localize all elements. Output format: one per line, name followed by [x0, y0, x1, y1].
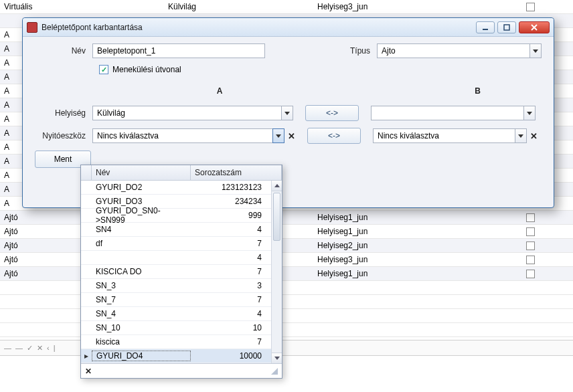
dropdown-row[interactable]: KISCICA DO7	[81, 265, 282, 279]
room-label: Helyiség	[35, 108, 92, 118]
type-combo[interactable]	[377, 43, 542, 58]
checkbox[interactable]	[526, 227, 535, 236]
opener-a-input[interactable]	[92, 128, 272, 143]
bar-icon: |	[54, 344, 56, 352]
chevron-down-icon[interactable]	[529, 43, 542, 58]
dropdown-cell-sn: 234234	[191, 197, 268, 206]
close-dropdown-button[interactable]: ✕	[85, 367, 92, 376]
maximize-button[interactable]	[497, 21, 516, 33]
check-icon: ✓	[101, 66, 107, 74]
checkbox[interactable]	[526, 256, 535, 264]
dropdown-cell-sn: 4	[191, 225, 268, 234]
dropdown-row[interactable]: 4	[81, 251, 282, 265]
clear-opener-b-button[interactable]: ✕	[528, 131, 539, 141]
checkbox[interactable]	[526, 3, 535, 11]
dropdown-row[interactable]: SN44	[81, 223, 282, 237]
room-a-input[interactable]	[92, 106, 281, 120]
cell-room: Helyiseg1_jun	[313, 269, 487, 278]
table-row[interactable]: VirtuálisKülvilágHelyiseg3_jun	[0, 0, 573, 14]
cell-check	[487, 255, 573, 264]
dropdown-cell-name: GYURI_DO3	[92, 197, 191, 206]
dropdown-cell-sn: 4	[191, 309, 268, 318]
chevron-left-icon[interactable]: ‹	[47, 344, 50, 352]
opener-b-combo[interactable]	[373, 128, 527, 143]
checkbox[interactable]	[526, 213, 535, 222]
dropdown-cell-name: KISCICA DO	[92, 267, 191, 276]
scrollbar[interactable]	[271, 181, 282, 363]
chevron-down-icon[interactable]	[281, 106, 293, 120]
titlebar[interactable]: Beléptetőpont karbantartása	[23, 18, 554, 37]
cell-room: Helyiseg1_jun	[313, 213, 487, 222]
dash-icon: —	[4, 344, 11, 352]
chevron-down-icon[interactable]	[272, 128, 284, 143]
dropdown-cell-sn: 7	[191, 337, 268, 347]
dropdown-cell-name: SN_4	[92, 309, 191, 318]
cell-check	[487, 269, 573, 278]
dropdown-cell-sn: 3	[191, 281, 268, 290]
scroll-up-icon[interactable]	[272, 181, 282, 191]
dropdown-cell-sn: 7	[191, 239, 268, 248]
cell-check	[487, 227, 573, 236]
cell-room: Helyiseg1_jun	[313, 227, 487, 236]
checkbox[interactable]	[526, 270, 535, 278]
opener-label: Nyitóeszköz	[35, 131, 92, 140]
dropdown-cell-name: SN_10	[92, 323, 191, 332]
dropdown-header: Név Sorozatszám	[81, 165, 282, 181]
dropdown-row[interactable]: ▸GYURI_DO410000	[81, 349, 282, 363]
clear-opener-a-button[interactable]: ✕	[286, 131, 297, 141]
minimize-button[interactable]	[476, 21, 495, 33]
opener-dropdown-panel[interactable]: Név Sorozatszám GYURI_DO2123123123GYURI_…	[80, 165, 282, 379]
swap-opener-button[interactable]: <->	[307, 128, 361, 144]
dropdown-cell-name: GYURI_DO2	[92, 183, 191, 192]
close-button[interactable]	[519, 21, 550, 33]
cell-check	[487, 241, 573, 250]
dropdown-cell-sn: 4	[191, 253, 268, 262]
dropdown-row[interactable]: GYURI_DO_SN0->SN999999	[81, 209, 282, 223]
swap-room-button[interactable]: <->	[305, 105, 359, 121]
dropdown-row[interactable]: SN_33	[81, 279, 282, 293]
cell-room: Helyiseg3_jun	[313, 255, 487, 264]
type-input[interactable]	[377, 43, 529, 58]
dropdown-cell-name: SN4	[92, 225, 191, 234]
dropdown-cell-name: SN_3	[92, 281, 191, 290]
scroll-thumb[interactable]	[273, 193, 280, 241]
dropdown-cell-sn: 7	[191, 295, 268, 304]
dropdown-footer: ✕	[81, 363, 282, 378]
type-label: Típus	[337, 46, 377, 56]
chevron-down-icon[interactable]	[515, 128, 527, 143]
dropdown-cell-name: GYURI_DO_SN0->SN999	[92, 206, 191, 225]
dropdown-row[interactable]: GYURI_DO2123123123	[81, 181, 282, 195]
sn-column-header[interactable]: Sorozatszám	[191, 165, 282, 180]
dropdown-cell-sn: 10000	[191, 351, 268, 361]
x-icon[interactable]: ✕	[37, 344, 43, 353]
dropdown-cell-name: GYURI_DO4	[92, 351, 191, 361]
dropdown-cell-sn: 999	[191, 211, 268, 220]
dropdown-row[interactable]: SN_44	[81, 307, 282, 321]
cell-check	[487, 213, 573, 222]
dropdown-body: GYURI_DO2123123123GYURI_DO3234234GYURI_D…	[81, 181, 282, 363]
dropdown-row[interactable]: SN_1010	[81, 321, 282, 335]
checkbox[interactable]	[526, 241, 535, 250]
dropdown-row[interactable]: SN_77	[81, 293, 282, 307]
dropdown-cell-sn: 7	[191, 267, 268, 276]
chevron-down-icon[interactable]	[523, 106, 536, 120]
room-a-combo[interactable]	[92, 106, 293, 120]
dialog-title: Beléptetőpont karbantartása	[42, 23, 476, 32]
name-column-header[interactable]: Név	[92, 165, 191, 180]
cell-type: Virtuális	[0, 2, 164, 11]
opener-a-combo[interactable]	[92, 128, 284, 143]
cell-room: Helyiseg3_jun	[313, 2, 487, 11]
scroll-down-icon[interactable]	[272, 353, 282, 363]
room-b-input[interactable]	[371, 106, 523, 120]
row-marker-column	[81, 165, 92, 180]
escape-route-checkbox[interactable]: ✓	[99, 65, 108, 74]
room-b-combo[interactable]	[371, 106, 536, 120]
opener-b-input[interactable]	[373, 128, 515, 143]
dropdown-cell-sn: 10	[191, 323, 268, 332]
resize-grip-icon[interactable]	[271, 368, 278, 375]
name-input[interactable]	[92, 43, 265, 58]
dropdown-row[interactable]: df7	[81, 237, 282, 251]
check-icon[interactable]: ✓	[27, 344, 33, 353]
dropdown-row[interactable]: kiscica7	[81, 335, 282, 349]
dropdown-cell-name: df	[92, 239, 191, 248]
